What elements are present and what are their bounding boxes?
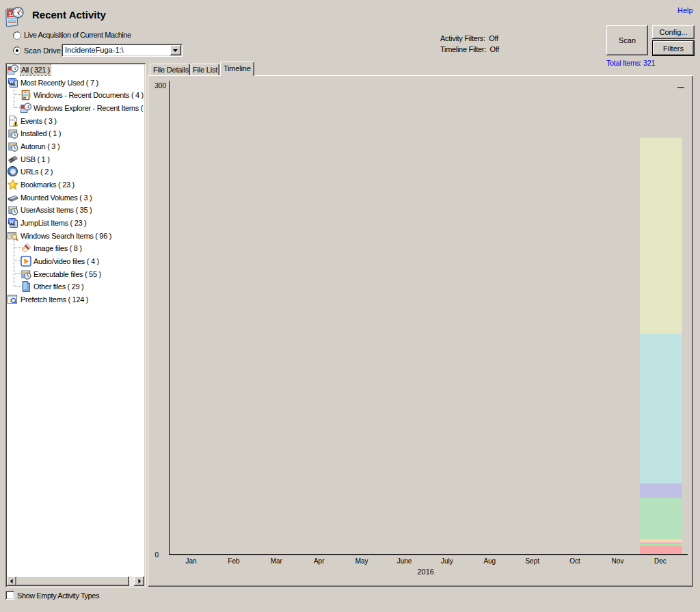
svg-text:June: June	[397, 557, 412, 565]
svg-text:Dec: Dec	[654, 557, 667, 565]
svg-text:2016: 2016	[417, 568, 433, 576]
svg-text:Oct: Oct	[569, 557, 580, 565]
svg-text:Feb: Feb	[228, 557, 240, 565]
svg-text:Apr: Apr	[314, 557, 325, 565]
svg-text:Jan: Jan	[185, 557, 196, 565]
svg-text:May: May	[355, 557, 368, 565]
svg-text:Mar: Mar	[271, 557, 283, 565]
svg-text:0: 0	[154, 551, 159, 559]
svg-text:Nov: Nov	[612, 557, 624, 565]
svg-text:300: 300	[154, 82, 166, 90]
svg-text:Sept: Sept	[525, 557, 539, 565]
svg-text:July: July	[441, 557, 453, 565]
svg-text:Aug: Aug	[483, 557, 496, 565]
